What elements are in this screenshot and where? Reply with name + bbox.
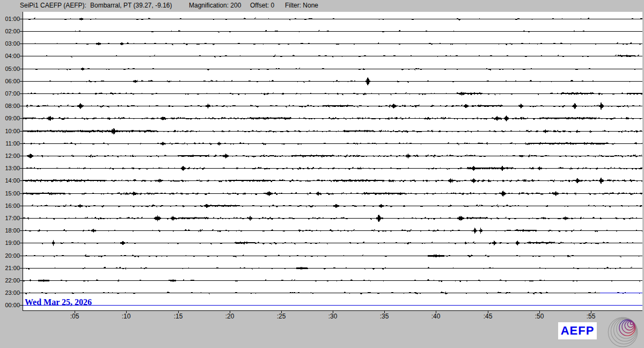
row-time-label: 16:00 bbox=[0, 202, 20, 209]
row-tick-mark bbox=[20, 193, 23, 194]
row-time-label: 04:00 bbox=[0, 53, 20, 59]
row-tick-mark bbox=[20, 230, 23, 231]
row-tick-mark bbox=[20, 256, 23, 256]
x-axis-tick-label: :40 bbox=[425, 313, 447, 320]
x-axis-tick-label: :25 bbox=[270, 313, 292, 320]
row-time-label: 12:00 bbox=[0, 153, 20, 159]
row-time-label: 15:00 bbox=[0, 190, 20, 197]
row-tick-mark bbox=[20, 56, 23, 56]
row-time-label: 19:00 bbox=[0, 240, 20, 246]
row-time-label: 23:00 bbox=[0, 289, 20, 296]
row-time-label: 00:00 bbox=[0, 302, 20, 308]
row-time-label: 01:00 bbox=[0, 16, 20, 22]
x-axis-tick-label: :10 bbox=[115, 313, 137, 320]
row-tick-mark bbox=[20, 243, 23, 243]
station-location-label: Bombarral, PT (39.27, -9.16) bbox=[90, 2, 172, 9]
row-tick-mark bbox=[20, 131, 23, 132]
row-tick-mark bbox=[20, 44, 23, 44]
row-tick-mark bbox=[20, 106, 23, 106]
x-axis-tick-label: :45 bbox=[477, 313, 499, 320]
station-id-label: SeiPi1 CAEFP (AEFP): bbox=[20, 2, 86, 9]
x-axis-tick-label: :15 bbox=[167, 313, 189, 320]
agency-logo-box: AEFP bbox=[558, 322, 597, 339]
spiral-seismogram-logo-icon bbox=[602, 316, 644, 348]
row-tick-mark bbox=[20, 180, 23, 181]
x-axis-tick-label: :35 bbox=[374, 313, 395, 320]
row-time-label: 06:00 bbox=[0, 78, 20, 84]
row-tick-mark bbox=[20, 19, 23, 19]
row-tick-mark bbox=[20, 31, 23, 32]
row-tick-mark bbox=[20, 305, 23, 306]
row-tick-mark bbox=[20, 218, 23, 219]
row-time-label: 18:00 bbox=[0, 227, 20, 234]
row-time-label: 22:00 bbox=[0, 277, 20, 284]
agency-logo-text: AEFP bbox=[561, 324, 595, 338]
row-tick-mark bbox=[20, 81, 23, 82]
x-axis-tick-label: :30 bbox=[322, 313, 343, 320]
offset-label: Offset: 0 bbox=[250, 2, 274, 9]
row-tick-mark bbox=[20, 118, 23, 119]
row-tick-mark bbox=[20, 293, 23, 293]
helicorder-app-window: { "header": { "station": "SeiPi1 CAEFP (… bbox=[0, 0, 644, 348]
row-time-label: 20:00 bbox=[0, 252, 20, 259]
row-time-label: 11:00 bbox=[0, 140, 20, 147]
row-tick-mark bbox=[20, 93, 23, 94]
row-time-label: 14:00 bbox=[0, 177, 20, 184]
row-time-label: 13:00 bbox=[0, 165, 20, 171]
row-tick-mark bbox=[20, 280, 23, 281]
seismogram-traces-canvas bbox=[23, 12, 642, 310]
row-time-label: 07:00 bbox=[0, 90, 20, 97]
row-time-label: 08:00 bbox=[0, 103, 20, 109]
magnification-label: Magnification: 200 bbox=[189, 2, 241, 9]
row-time-label: 09:00 bbox=[0, 115, 20, 121]
row-time-label: 02:00 bbox=[0, 28, 20, 34]
x-axis-tick-label: :05 bbox=[64, 313, 85, 320]
filter-label: Filter: None bbox=[285, 2, 318, 9]
row-tick-mark bbox=[20, 143, 23, 144]
x-axis-tick-label: :20 bbox=[219, 313, 240, 320]
row-time-label: 03:00 bbox=[0, 40, 20, 47]
row-tick-mark bbox=[20, 168, 23, 169]
row-tick-mark bbox=[20, 268, 23, 269]
row-tick-mark bbox=[20, 156, 23, 156]
row-time-label: 17:00 bbox=[0, 215, 20, 221]
seismogram-plot-area: Wed Mar 25, 2026 bbox=[23, 12, 642, 311]
row-tick-mark bbox=[20, 69, 23, 69]
x-axis-tick-label: :55 bbox=[580, 313, 602, 320]
x-axis-tick-label: :50 bbox=[529, 313, 550, 320]
row-time-label: 05:00 bbox=[0, 66, 20, 72]
row-time-label: 21:00 bbox=[0, 265, 20, 271]
row-time-label: 10:00 bbox=[0, 128, 20, 134]
row-tick-mark bbox=[20, 206, 23, 206]
